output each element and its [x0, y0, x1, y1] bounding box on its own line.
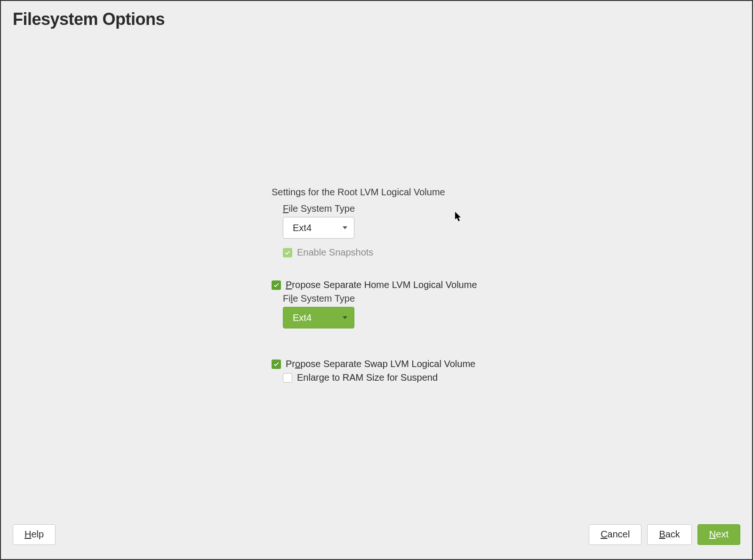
home-fs-type-dropdown[interactable]: Ext4	[283, 307, 354, 328]
home-fs-type-label: File System Type	[283, 293, 554, 304]
home-fs-type-value: Ext4	[293, 312, 312, 323]
enable-snapshots-row: Enable Snapshots	[283, 247, 554, 258]
enable-snapshots-checkbox	[283, 248, 292, 257]
chevron-down-icon	[343, 316, 347, 319]
help-button[interactable]: Help	[13, 524, 56, 545]
next-button[interactable]: Next	[697, 524, 740, 545]
home-checkbox[interactable]	[272, 280, 281, 290]
root-section-heading: Settings for the Root LVM Logical Volume	[272, 187, 554, 198]
root-fs-type-dropdown[interactable]: Ext4	[283, 217, 354, 239]
home-checkbox-label: Propose Separate Home LVM Logical Volume	[286, 280, 477, 290]
check-icon	[284, 249, 291, 256]
enable-snapshots-label: Enable Snapshots	[297, 247, 373, 258]
root-fs-type-value: Ext4	[293, 223, 312, 233]
check-icon	[273, 361, 280, 368]
back-button[interactable]: Back	[647, 524, 691, 545]
cancel-button[interactable]: Cancel	[589, 524, 641, 545]
content-area: Settings for the Root LVM Logical Volume…	[272, 187, 554, 386]
home-checkbox-row[interactable]: Propose Separate Home LVM Logical Volume	[272, 280, 554, 290]
enlarge-ram-label: Enlarge to RAM Size for Suspend	[297, 372, 438, 383]
footer-right: Cancel Back Next	[589, 524, 740, 545]
check-icon	[273, 282, 280, 288]
swap-checkbox-row[interactable]: Propose Separate Swap LVM Logical Volume	[272, 359, 554, 369]
chevron-down-icon	[343, 226, 347, 229]
swap-checkbox-label: Propose Separate Swap LVM Logical Volume	[286, 359, 475, 369]
footer: Help Cancel Back Next	[1, 521, 752, 559]
root-fs-type-label: File System Type	[283, 203, 554, 214]
header: Filesystem Options	[1, 1, 752, 34]
enlarge-ram-row[interactable]: Enlarge to RAM Size for Suspend	[283, 372, 554, 383]
theme-toggle-icon[interactable]	[728, 12, 740, 27]
enlarge-ram-checkbox[interactable]	[283, 373, 292, 383]
page-title: Filesystem Options	[13, 9, 165, 29]
swap-checkbox[interactable]	[272, 360, 281, 369]
